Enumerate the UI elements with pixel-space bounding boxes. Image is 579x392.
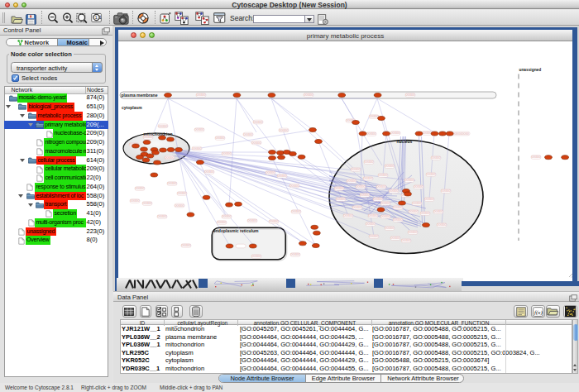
svg-text:OOOOO: OOOOO: [385, 227, 395, 230]
svg-text:OOOOO: OOOOO: [405, 179, 415, 182]
svg-text:OOOOO: OOOOO: [290, 184, 300, 188]
svg-text:1:1: 1:1: [95, 15, 103, 20]
svg-text:cytoplasm: cytoplasm: [122, 105, 142, 110]
svg-text:OOOOO: OOOOO: [158, 215, 168, 218]
svg-text:plasma membrane: plasma membrane: [122, 93, 158, 98]
svg-text:OOOOO: OOOOO: [244, 133, 254, 136]
svg-text:OOOOO: OOOOO: [159, 125, 169, 128]
svg-text:OOOOO: OOOOO: [165, 156, 175, 160]
svg-text:OOOOO: OOOOO: [381, 202, 391, 205]
svg-text:OOOOO: OOOOO: [394, 206, 404, 209]
svg-text:OOOOO: OOOOO: [252, 141, 262, 145]
svg-text:OOOOO: OOOOO: [353, 206, 363, 209]
svg-text:OOOOO: OOOOO: [402, 239, 412, 242]
svg-text:OOOOO: OOOOO: [197, 93, 207, 97]
svg-text:OOOOO: OOOOO: [432, 156, 442, 160]
svg-text:OOOOO: OOOOO: [364, 177, 374, 180]
svg-text:unassigned: unassigned: [519, 68, 542, 72]
svg-text:OOOOO: OOOOO: [252, 255, 262, 258]
svg-text:OOOOO: OOOOO: [409, 210, 419, 213]
svg-text:OOOOO: OOOOO: [367, 132, 377, 136]
svg-text:OOOOO: OOOOO: [175, 204, 185, 208]
svg-text:OOOOO: OOOOO: [347, 179, 357, 183]
svg-text:OOOOO: OOOOO: [438, 223, 447, 227]
svg-text:OOOOO: OOOOO: [223, 215, 232, 218]
svg-text:OOOOO: OOOOO: [223, 152, 232, 155]
svg-text:OOOOO: OOOOO: [369, 214, 379, 218]
svg-text:OOOOO: OOOOO: [361, 194, 371, 197]
svg-text:OOOOO: OOOOO: [381, 215, 391, 218]
svg-text:OOOOO: OOOOO: [434, 210, 444, 213]
svg-text:OOOOO: OOOOO: [335, 187, 345, 190]
svg-text:OOOOO: OOOOO: [218, 221, 227, 224]
svg-text:f(x): f(x): [534, 308, 543, 315]
svg-text:OOOOO: OOOOO: [374, 198, 384, 201]
svg-text:OOOOO: OOOOO: [425, 198, 435, 201]
svg-text:OOOOO: OOOOO: [344, 214, 354, 218]
svg-text:endoplasmic reticulum: endoplasmic reticulum: [213, 228, 259, 233]
svg-text:OOOOO: OOOOO: [178, 192, 188, 195]
svg-text:OOOOO: OOOOO: [379, 174, 389, 177]
svg-text:OOOOO: OOOOO: [136, 187, 146, 190]
svg-text:OOOOO: OOOOO: [143, 202, 153, 205]
svg-text:OOOOO: OOOOO: [291, 253, 301, 256]
svg-text:nucleus: nucleus: [397, 139, 413, 144]
svg-text:OOOOO: OOOOO: [304, 93, 314, 97]
svg-text:OOOOO: OOOOO: [280, 129, 290, 132]
svg-text:OOOOO: OOOOO: [144, 136, 154, 139]
svg-text:OOOOO: OOOOO: [427, 173, 437, 176]
svg-text:OOOOO: OOOOO: [370, 235, 380, 238]
svg-text:OOOOO: OOOOO: [352, 168, 361, 171]
svg-text:OOOOO: OOOOO: [423, 131, 433, 135]
svg-text:OOOOO: OOOOO: [266, 171, 276, 174]
svg-text:OOOOO: OOOOO: [391, 237, 401, 240]
svg-text:OOOOO: OOOOO: [413, 202, 423, 205]
svg-text:OOOOO: OOOOO: [409, 231, 419, 234]
svg-text:OOOOO: OOOOO: [385, 165, 395, 168]
svg-text:OOOOO: OOOOO: [205, 170, 215, 174]
svg-text:OOOOO: OOOOO: [390, 189, 400, 193]
svg-text:OOOOO: OOOOO: [421, 212, 431, 215]
svg-text:OOOOO: OOOOO: [414, 185, 424, 189]
svg-text:OOOOO: OOOOO: [532, 155, 542, 159]
svg-text:OOOOO: OOOOO: [182, 244, 192, 247]
svg-text:OOOOO: OOOOO: [356, 185, 366, 189]
svg-text:OOOOO: OOOOO: [442, 189, 452, 193]
svg-text:OOOOO: OOOOO: [195, 128, 205, 131]
svg-text:OOOOO: OOOOO: [193, 147, 203, 151]
svg-text:OOOOO: OOOOO: [168, 182, 178, 185]
svg-text:OOOOO: OOOOO: [365, 160, 375, 164]
svg-text:OOOOO: OOOOO: [394, 218, 404, 222]
svg-text:OOOOO: OOOOO: [254, 121, 264, 124]
svg-text:OOOOO: OOOOO: [292, 210, 302, 213]
svg-text:OOOOO: OOOOO: [248, 219, 258, 222]
svg-text:OOOOO: OOOOO: [278, 174, 288, 178]
svg-text:OOOOO: OOOOO: [337, 198, 347, 201]
svg-text:OOOOO: OOOOO: [216, 136, 226, 140]
svg-text:OOOOO: OOOOO: [270, 220, 280, 223]
svg-text:OOOOO: OOOOO: [366, 222, 376, 226]
svg-text:OOOOO: OOOOO: [131, 199, 141, 203]
svg-text:OOOOO: OOOOO: [377, 185, 387, 189]
svg-text:OOOOO: OOOOO: [391, 131, 401, 135]
svg-text:OOOOO: OOOOO: [406, 93, 416, 97]
